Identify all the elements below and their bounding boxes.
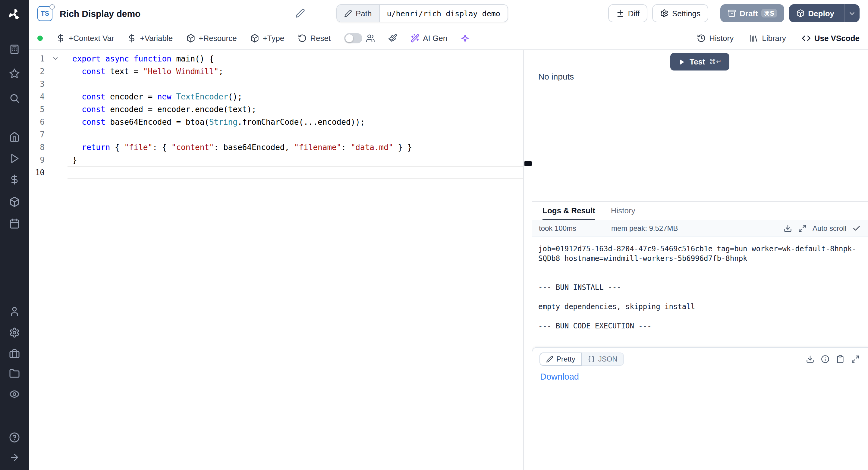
edit-summary-icon[interactable]: [296, 8, 305, 18]
package-icon: [186, 33, 195, 42]
draft-shortcut: ⌘S: [762, 9, 777, 18]
sidebar-item-help[interactable]: [0, 432, 29, 443]
fold-icon[interactable]: [52, 55, 59, 62]
log-actions: Auto scroll: [784, 224, 861, 232]
sidebar-item-settings[interactable]: [0, 327, 29, 338]
sidebar-item-audit-logs[interactable]: [0, 389, 29, 400]
play-icon: [678, 58, 685, 65]
toggle-knob: [345, 34, 353, 42]
sidebar-item-folders[interactable]: [0, 368, 29, 379]
splitter-handle[interactable]: [524, 161, 532, 166]
sidebar-item-users[interactable]: [0, 306, 29, 317]
dollar-icon: [127, 33, 136, 42]
add-context-var-button[interactable]: +Context Var: [56, 33, 114, 42]
header-actions: Diff Settings Draft ⌘S Deploy: [608, 4, 860, 22]
header: TS Rich Display demo Path u/henri/rich_d…: [29, 0, 868, 27]
deploy-button[interactable]: Deploy: [789, 4, 860, 22]
sidebar-expand-button[interactable]: [0, 452, 29, 463]
run-logs: job=01912d75-163d-8204-47c9-5469c516cb1e…: [532, 237, 868, 347]
expand-result-icon[interactable]: [851, 355, 860, 363]
workspace: 12345678910 export async function main()…: [29, 50, 868, 470]
library-button[interactable]: Library: [749, 33, 786, 42]
main-area: TS Rich Display demo Path u/henri/rich_d…: [29, 0, 868, 470]
sidebar-item-search[interactable]: [0, 93, 29, 104]
info-icon[interactable]: [821, 355, 830, 363]
path-control[interactable]: Path u/henri/rich_display_demo: [336, 4, 508, 22]
language-badge: TS: [37, 6, 53, 21]
package-icon: [796, 9, 804, 18]
code-editor[interactable]: 12345678910 export async function main()…: [29, 50, 523, 470]
deploy-main-button[interactable]: Deploy: [789, 4, 840, 22]
sidebar-item-favorites[interactable]: [0, 68, 29, 79]
package-icon: [250, 33, 259, 42]
sparkles-icon[interactable]: [461, 33, 470, 42]
path-value[interactable]: u/henri/rich_display_demo: [380, 5, 507, 22]
status-dot: [37, 35, 43, 41]
download-result-link[interactable]: Download: [540, 372, 579, 381]
autoscroll-check-icon[interactable]: [852, 224, 861, 232]
add-type-button[interactable]: +Type: [250, 33, 284, 42]
autoscroll-label[interactable]: Auto scroll: [812, 224, 846, 232]
add-variable-button[interactable]: +Variable: [127, 33, 173, 42]
json-toggle-button[interactable]: JSON: [582, 352, 624, 366]
dollar-icon: [56, 33, 65, 42]
diff-button[interactable]: Diff: [608, 4, 648, 22]
result-panel: Pretty JSON: [532, 347, 868, 470]
deploy-label: Deploy: [808, 9, 834, 18]
variable-label: +Variable: [140, 33, 173, 42]
sidebar-item-schedules[interactable]: [0, 218, 29, 229]
diff-icon: [616, 9, 624, 18]
result-toolbar: Pretty JSON: [539, 352, 861, 366]
format-code-icon[interactable]: [388, 33, 397, 42]
history-button[interactable]: History: [696, 33, 734, 42]
ai-gen-button[interactable]: AI Gen: [410, 33, 447, 42]
pencil-icon: [344, 9, 352, 17]
deploy-dropdown-button[interactable]: [844, 4, 860, 22]
path-label[interactable]: Path: [337, 5, 380, 22]
page-title: Rich Display demo: [60, 8, 141, 19]
pretty-toggle-button[interactable]: Pretty: [539, 352, 582, 366]
use-vscode-button[interactable]: Use VScode: [802, 33, 860, 42]
memory-text: mem peak: 9.527MB: [611, 224, 678, 232]
editor-gutter: 12345678910: [29, 53, 44, 179]
add-resource-button[interactable]: +Resource: [186, 33, 237, 42]
toggle-switch[interactable]: [344, 33, 362, 43]
download-result-icon[interactable]: [806, 355, 814, 363]
code-icon: [802, 33, 811, 42]
sidebar-item-home[interactable]: [0, 131, 29, 142]
inputs-panel: No inputs Test ⌘↵: [532, 50, 868, 202]
settings-button[interactable]: Settings: [652, 4, 708, 22]
toolbar-right: History Library Use VScode: [696, 33, 860, 42]
windmill-logo[interactable]: [0, 7, 29, 22]
no-inputs-text: No inputs: [538, 72, 574, 81]
draft-button[interactable]: Draft ⌘S: [720, 4, 784, 22]
result-tabs: Logs & Result History: [532, 202, 868, 220]
copy-result-icon[interactable]: [836, 355, 844, 363]
history-icon: [696, 33, 706, 42]
code-content[interactable]: export async function main() { const tex…: [72, 53, 523, 179]
sidebar-item-variables[interactable]: [0, 174, 29, 185]
panel-splitter[interactable]: [523, 50, 532, 470]
path-label-text: Path: [355, 9, 372, 18]
expand-logs-icon[interactable]: [798, 224, 807, 232]
result-actions: [806, 355, 861, 363]
tab-history[interactable]: History: [611, 202, 635, 220]
diff-label: Diff: [628, 9, 640, 18]
sidebar-item-apps[interactable]: [0, 44, 29, 55]
test-shortcut: ⌘↵: [710, 58, 721, 66]
context-var-label: +Context Var: [69, 33, 114, 42]
sidebar-item-runs[interactable]: [0, 153, 29, 164]
resource-label: +Resource: [198, 33, 237, 42]
language-badge-dot: [50, 4, 55, 9]
library-label: Library: [762, 33, 786, 42]
multiplayer-toggle[interactable]: [344, 33, 375, 43]
result-view-switch: Pretty JSON: [539, 352, 624, 366]
tab-logs-result[interactable]: Logs & Result: [542, 202, 595, 220]
reset-icon: [298, 33, 307, 42]
sidebar-item-resources[interactable]: [0, 196, 29, 207]
reset-button[interactable]: Reset: [298, 33, 331, 42]
download-logs-icon[interactable]: [784, 224, 792, 232]
test-button[interactable]: Test ⌘↵: [670, 53, 730, 70]
sidebar-item-workers[interactable]: [0, 348, 29, 359]
json-label: JSON: [598, 355, 618, 363]
